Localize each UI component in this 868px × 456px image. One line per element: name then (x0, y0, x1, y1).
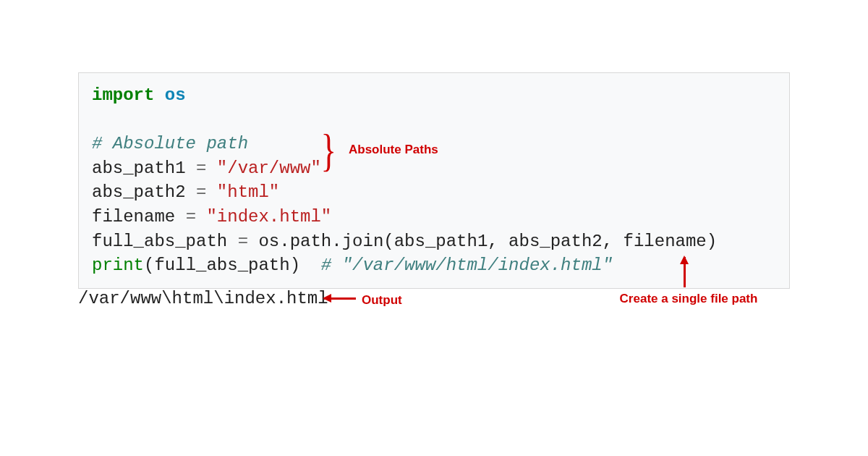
string-html: "html" (206, 182, 279, 202)
annotation-absolute-paths: Absolute Paths (349, 143, 438, 157)
output-text: /var/www\html\index.html (78, 289, 328, 308)
brace-icon: } (321, 127, 337, 174)
print-args: (full_abs_path) (144, 256, 321, 275)
code-line-filename: filename = "index.html" (92, 205, 776, 229)
var-fullpath: full_abs_path (92, 232, 238, 251)
var-abs1: abs_path1 (92, 159, 196, 178)
annotation-output: Output (362, 293, 402, 308)
code-line-abs2: abs_path2 = "html" (92, 180, 776, 205)
module-name: os (165, 85, 186, 105)
operator: = (186, 207, 196, 227)
operator: = (238, 232, 248, 251)
comment-absolute: # Absolute path (92, 134, 248, 153)
keyword-import: import (92, 85, 154, 105)
string-index: "index.html" (196, 207, 331, 227)
code-line-fullpath: full_abs_path = os.path.join(abs_path1, … (92, 229, 776, 254)
var-abs2: abs_path2 (92, 182, 196, 202)
comment-result: # "/var/www/html/index.html" (321, 256, 613, 275)
call-join: os.path.join(abs_path1, abs_path2, filen… (248, 232, 717, 251)
func-print: print (92, 256, 144, 275)
arrow-left-icon (324, 297, 356, 300)
code-line-blank (92, 108, 776, 132)
operator: = (196, 159, 206, 178)
var-filename: filename (92, 207, 186, 227)
annotation-single-file-path: Create a single file path (616, 291, 761, 307)
operator: = (196, 182, 206, 202)
code-line-abs1: abs_path1 = "/var/www" (92, 156, 776, 181)
string-varwww: "/var/www" (206, 159, 320, 178)
code-line-print: print(full_abs_path) # "/var/www/html/in… (92, 253, 776, 278)
code-line-import: import os (92, 83, 776, 108)
